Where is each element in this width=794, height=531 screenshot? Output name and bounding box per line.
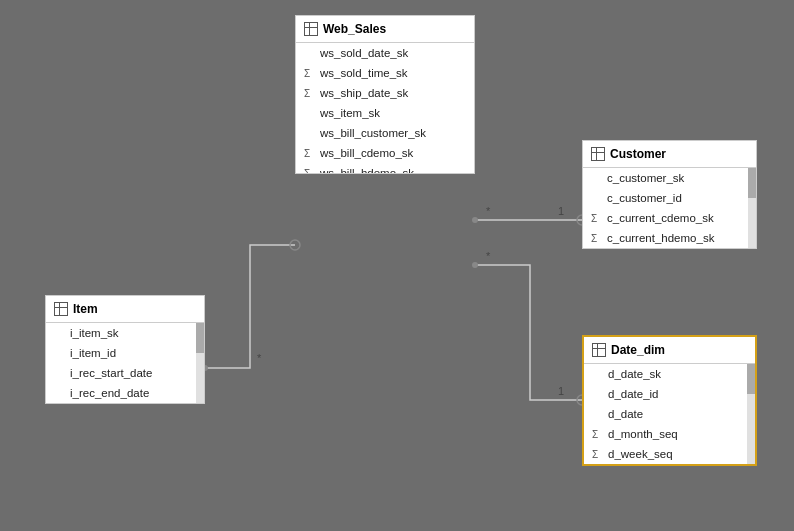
table-title-web-sales: Web_Sales xyxy=(323,22,386,36)
table-web-sales[interactable]: Web_Sales ws_sold_date_skΣws_sold_time_s… xyxy=(295,15,475,174)
svg-text:1: 1 xyxy=(558,385,564,397)
table-row: Σd_month_seq xyxy=(584,424,747,444)
table-header-item: Item xyxy=(46,296,204,323)
field-name: ws_bill_cdemo_sk xyxy=(320,147,413,159)
table-item[interactable]: Item i_item_ski_item_idi_rec_start_datei… xyxy=(45,295,205,404)
field-name: d_date xyxy=(608,408,643,420)
table-date-dim[interactable]: Date_dim d_date_skd_date_idd_dateΣd_mont… xyxy=(582,335,757,466)
table-row: ws_bill_customer_sk xyxy=(296,123,474,143)
svg-point-5 xyxy=(472,217,478,223)
diagram-canvas: * 1 * 1 * 1 Web_Sales ws_sold_date_skΣws… xyxy=(0,0,794,531)
table-row: Σws_ship_date_sk xyxy=(296,83,474,103)
table-row: c_customer_sk xyxy=(583,168,748,188)
field-prefix: Σ xyxy=(304,68,316,79)
field-name: ws_sold_date_sk xyxy=(320,47,408,59)
field-name: ws_sold_time_sk xyxy=(320,67,408,79)
field-prefix: Σ xyxy=(592,429,604,440)
field-name: i_item_id xyxy=(70,347,116,359)
table-row: ws_item_sk xyxy=(296,103,474,123)
field-name: ws_ship_date_sk xyxy=(320,87,408,99)
field-prefix: Σ xyxy=(591,233,603,244)
svg-point-0 xyxy=(290,240,300,250)
table-row: d_date_id xyxy=(584,384,747,404)
table-row: Σc_current_cdemo_sk xyxy=(583,208,748,228)
table-icon-item xyxy=(54,302,68,316)
table-row: i_rec_start_date xyxy=(46,363,196,383)
table-header-customer: Customer xyxy=(583,141,756,168)
table-icon-customer xyxy=(591,147,605,161)
field-name: d_date_id xyxy=(608,388,659,400)
table-row: i_item_id xyxy=(46,343,196,363)
table-customer[interactable]: Customer c_customer_skc_customer_idΣc_cu… xyxy=(582,140,757,249)
table-row: i_item_sk xyxy=(46,323,196,343)
table-body-customer[interactable]: c_customer_skc_customer_idΣc_current_cde… xyxy=(583,168,756,248)
field-name: ws_bill_customer_sk xyxy=(320,127,426,139)
table-row: c_customer_id xyxy=(583,188,748,208)
svg-text:*: * xyxy=(257,352,262,364)
svg-text:*: * xyxy=(486,250,491,262)
table-row: Σd_week_seq xyxy=(584,444,747,464)
field-name: i_rec_end_date xyxy=(70,387,149,399)
field-name: c_customer_id xyxy=(607,192,682,204)
table-row: d_date_sk xyxy=(584,364,747,384)
field-name: d_week_seq xyxy=(608,448,673,460)
table-icon-date-dim xyxy=(592,343,606,357)
table-row: d_date xyxy=(584,404,747,424)
field-name: c_current_hdemo_sk xyxy=(607,232,714,244)
field-name: d_date_sk xyxy=(608,368,661,380)
field-prefix: Σ xyxy=(304,88,316,99)
table-row: i_rec_end_date xyxy=(46,383,196,403)
field-name: d_month_seq xyxy=(608,428,678,440)
table-body-date-dim[interactable]: d_date_skd_date_idd_dateΣd_month_seqΣd_w… xyxy=(584,364,755,464)
field-name: c_current_cdemo_sk xyxy=(607,212,714,224)
table-row: Σws_sold_time_sk xyxy=(296,63,474,83)
table-body-web-sales[interactable]: ws_sold_date_skΣws_sold_time_skΣws_ship_… xyxy=(296,43,474,173)
table-row: Σws_bill_cdemo_sk xyxy=(296,143,474,163)
table-body-item[interactable]: i_item_ski_item_idi_rec_start_datei_rec_… xyxy=(46,323,204,403)
field-name: ws_bill_hdemo_sk xyxy=(320,167,414,173)
table-title-date-dim: Date_dim xyxy=(611,343,665,357)
field-prefix: Σ xyxy=(304,148,316,159)
table-header-web-sales: Web_Sales xyxy=(296,16,474,43)
field-name: ws_item_sk xyxy=(320,107,380,119)
table-row: Σc_current_hdemo_sk xyxy=(583,228,748,248)
field-name: i_rec_start_date xyxy=(70,367,152,379)
svg-text:*: * xyxy=(486,205,491,217)
field-prefix: Σ xyxy=(304,168,316,174)
table-icon-web-sales xyxy=(304,22,318,36)
table-title-item: Item xyxy=(73,302,98,316)
field-prefix: Σ xyxy=(592,449,604,460)
svg-text:1: 1 xyxy=(558,205,564,217)
field-prefix: Σ xyxy=(591,213,603,224)
svg-point-9 xyxy=(472,262,478,268)
field-name: i_item_sk xyxy=(70,327,119,339)
table-title-customer: Customer xyxy=(610,147,666,161)
table-row: ws_sold_date_sk xyxy=(296,43,474,63)
table-row: Σws_bill_hdemo_sk xyxy=(296,163,474,173)
table-header-date-dim: Date_dim xyxy=(584,337,755,364)
field-name: c_customer_sk xyxy=(607,172,684,184)
